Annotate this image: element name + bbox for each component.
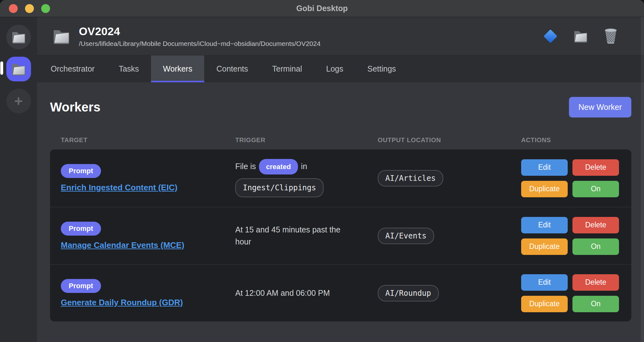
trigger-suffix: in (301, 162, 307, 171)
delete-button[interactable]: Delete (572, 159, 619, 176)
folder-icon (11, 30, 26, 44)
delete-button[interactable]: Delete (572, 274, 619, 291)
duplicate-button[interactable]: Duplicate (521, 238, 568, 255)
worker-type-badge: Prompt (61, 222, 101, 236)
column-actions: ACTIONS (521, 136, 621, 144)
diamond-icon[interactable] (544, 31, 557, 41)
delete-button[interactable]: Delete (572, 217, 619, 233)
table-header: TARGET TRIGGER OUTPUT LOCATION ACTIONS (50, 136, 631, 144)
trigger-folder-chip: Ingest/Clippings (235, 178, 324, 197)
page-title: Workers (50, 100, 100, 114)
project-title: OV2024 (79, 25, 320, 38)
workspace-button[interactable] (6, 25, 31, 49)
column-output-location: OUTPUT LOCATION (378, 136, 521, 144)
trigger-text: At 12:00 AM and 06:00 PM (235, 287, 343, 299)
trigger-text: At 15 and 45 minutes past the hour (235, 224, 343, 248)
duplicate-button[interactable]: Duplicate (521, 296, 568, 312)
workers-table: Prompt Enrich Ingested Content (EIC) Fil… (50, 149, 631, 321)
add-workspace-button[interactable]: + (6, 89, 31, 113)
folder-icon[interactable] (573, 29, 588, 43)
trigger-prefix: File is (235, 162, 256, 171)
worker-link[interactable]: Manage Calendar Events (MCE) (61, 240, 184, 250)
workspace-button-active[interactable] (6, 57, 31, 81)
table-row: Prompt Generate Daily Roundup (GDR) At 1… (50, 264, 631, 321)
trigger-cell: At 15 and 45 minutes past the hour (235, 224, 378, 248)
toggle-on-button[interactable]: On (572, 296, 619, 312)
tab-bar: Orchestrator Tasks Workers Contents Term… (37, 55, 644, 82)
output-location-chip: AI/Roundup (378, 285, 439, 301)
window-title: Gobi Desktop (0, 4, 644, 13)
column-trigger: TRIGGER (235, 136, 378, 144)
tab-tasks[interactable]: Tasks (107, 55, 151, 82)
edit-button[interactable]: Edit (521, 217, 568, 233)
toggle-on-button[interactable]: On (572, 238, 619, 255)
workers-page: Workers New Worker TARGET TRIGGER OUTPUT… (37, 82, 644, 342)
tab-workers[interactable]: Workers (151, 55, 205, 82)
trigger-cell: File iscreatedin Ingest/Clippings (235, 159, 378, 197)
table-row: Prompt Enrich Ingested Content (EIC) Fil… (50, 149, 631, 207)
scrollbar-track[interactable] (641, 17, 644, 342)
column-target: TARGET (61, 136, 235, 144)
tab-terminal[interactable]: Terminal (260, 55, 314, 82)
edit-button[interactable]: Edit (521, 159, 568, 176)
table-row: Prompt Manage Calendar Events (MCE) At 1… (50, 207, 631, 264)
tab-orchestrator[interactable]: Orchestrator (39, 55, 107, 82)
trash-icon[interactable] (604, 28, 617, 44)
folder-icon (52, 28, 71, 45)
worker-type-badge: Prompt (61, 279, 101, 293)
folder-icon (11, 62, 26, 76)
trigger-cell: At 12:00 AM and 06:00 PM (235, 287, 378, 299)
worker-link[interactable]: Enrich Ingested Content (EIC) (61, 183, 177, 193)
project-header: OV2024 /Users/lifidea/Library/Mobile Doc… (37, 17, 644, 55)
new-worker-button[interactable]: New Worker (569, 97, 631, 117)
worker-type-badge: Prompt (61, 164, 101, 178)
worker-link[interactable]: Generate Daily Roundup (GDR) (61, 298, 183, 307)
toggle-on-button[interactable]: On (572, 181, 619, 197)
window-titlebar: Gobi Desktop (0, 0, 644, 17)
tab-logs[interactable]: Logs (314, 55, 355, 82)
duplicate-button[interactable]: Duplicate (521, 181, 568, 197)
project-path: /Users/lifidea/Library/Mobile Documents/… (79, 40, 320, 48)
plus-icon: + (14, 94, 23, 108)
tab-settings[interactable]: Settings (355, 55, 408, 82)
workspace-sidebar: + (0, 17, 37, 342)
edit-button[interactable]: Edit (521, 274, 568, 291)
active-workspace-indicator (0, 61, 3, 75)
trigger-event-badge: created (259, 159, 298, 174)
tab-contents[interactable]: Contents (204, 55, 260, 82)
output-location-chip: AI/Articles (378, 170, 443, 187)
app-window: Gobi Desktop + (0, 0, 644, 342)
output-location-chip: AI/Events (378, 228, 434, 244)
